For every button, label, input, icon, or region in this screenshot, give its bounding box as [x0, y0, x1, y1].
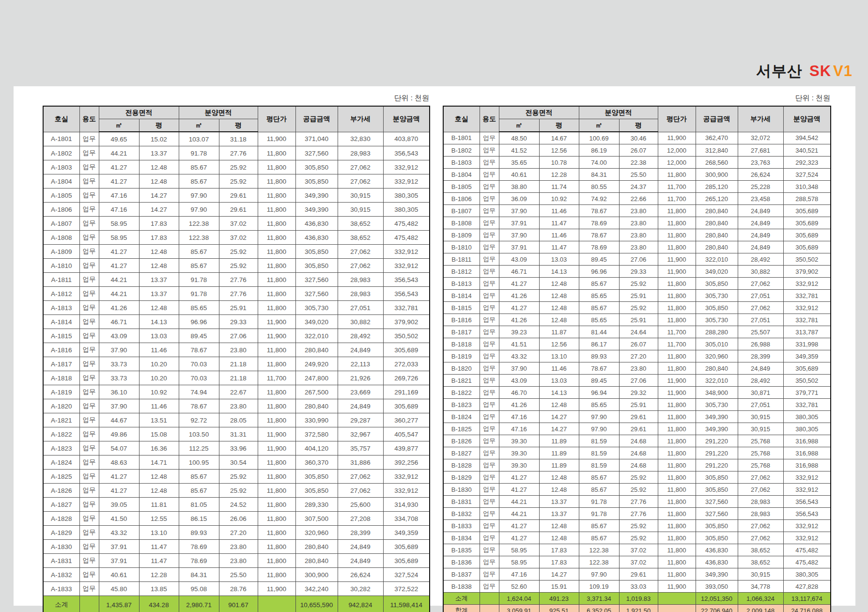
table-cell: 28,983 — [738, 496, 783, 508]
brand-v1-text: V1 — [833, 63, 852, 79]
table-cell: A-1816 — [43, 343, 79, 357]
table-cell: 439,877 — [383, 441, 430, 455]
table-cell: 24.52 — [219, 498, 258, 512]
table-cell: B-1835 — [443, 544, 480, 556]
table-cell: 41.27 — [499, 471, 539, 484]
table-cell: 475,482 — [783, 556, 831, 568]
table-cell: 356,543 — [383, 273, 430, 287]
table-cell: 업무 — [79, 455, 99, 470]
table-cell: 12.48 — [139, 174, 179, 188]
table-cell: B-1808 — [443, 217, 480, 229]
table-cell: 89.93 — [579, 350, 619, 362]
table-cell: 332,912 — [783, 532, 831, 544]
table-cell: A-1823 — [43, 441, 79, 455]
table-cell: 332,912 — [783, 278, 831, 290]
table-cell: 291,220 — [696, 447, 738, 459]
table-cell: 272,033 — [383, 357, 430, 371]
table-cell: 39.30 — [499, 435, 539, 447]
table-cell: 업무 — [480, 205, 499, 217]
table-cell: 305,850 — [295, 160, 338, 174]
table-cell: 122.38 — [579, 556, 619, 568]
table-cell: 81.05 — [179, 498, 219, 512]
table-row: A-1809업무41.2712.4885.6725.9211,800305,85… — [43, 245, 430, 259]
table-cell: 25.92 — [619, 302, 658, 314]
table-cell: 26.07 — [619, 144, 658, 157]
table-cell: 86.17 — [579, 338, 619, 350]
table-cell: 11,800 — [658, 314, 696, 326]
table-cell: 29.61 — [619, 411, 658, 423]
table-cell: 85.67 — [579, 471, 619, 484]
table-cell: 44.21 — [499, 508, 539, 520]
table-cell: 15.08 — [139, 427, 179, 441]
table-cell: 11,800 — [658, 241, 696, 253]
table-cell: 47.16 — [99, 203, 139, 217]
table-cell: 11,900 — [258, 132, 295, 146]
table-cell: 11.47 — [139, 540, 179, 554]
table-cell: 39.05 — [99, 498, 139, 512]
table-cell: 15.02 — [139, 132, 179, 146]
table-cell: 17.83 — [539, 544, 579, 556]
table-cell: 122.38 — [179, 231, 219, 245]
table-cell: A-1819 — [43, 385, 79, 399]
col-header-supply-amount: 공급금액 — [696, 106, 738, 132]
table-cell: 85.65 — [579, 399, 619, 411]
table-cell: 305,689 — [383, 399, 430, 413]
table-cell: 10.92 — [139, 385, 179, 399]
table-cell: 23.80 — [219, 399, 258, 413]
table-row: A-1822업무49.8615.08103.5031.3111,900372,5… — [43, 427, 430, 441]
table-cell: 업무 — [480, 496, 499, 508]
table-cell: 업무 — [480, 229, 499, 241]
table-cell: 28,983 — [338, 273, 383, 287]
table-cell: 332,781 — [383, 301, 430, 315]
table-cell: B-1824 — [443, 411, 480, 423]
table-cell: 43.09 — [499, 375, 539, 387]
table-cell: 업무 — [480, 411, 499, 423]
table-row: A-1826업무41.2712.4885.6725.9211,800305,85… — [43, 484, 430, 498]
table-cell: 27.06 — [619, 375, 658, 387]
table-cell: 업무 — [480, 399, 499, 411]
table-cell: 업무 — [79, 484, 99, 498]
table-cell: 24,849 — [338, 554, 383, 568]
table-cell: 27,051 — [738, 290, 783, 302]
table-cell: 100.69 — [579, 132, 619, 144]
table-row: A-1802업무44.2113.3791.7827.7611,800327,56… — [43, 146, 430, 160]
table-row: B-1807업무37.9011.4678.6723.8011,800280,84… — [443, 205, 831, 217]
table-cell: 2,980.71 — [179, 596, 219, 612]
table-cell: 36.09 — [499, 193, 539, 205]
table-cell: A-1833 — [43, 582, 79, 596]
table-cell: B-1836 — [443, 556, 480, 568]
table-cell: 280,840 — [696, 217, 738, 229]
table-cell: 81.59 — [579, 435, 619, 447]
table-cell: 40.61 — [499, 169, 539, 181]
table-row: A-1811업무44.2113.3791.7827.7611,800327,56… — [43, 273, 430, 287]
table-cell: A-1801 — [43, 132, 79, 146]
table-cell: 12,000 — [658, 144, 696, 157]
table-cell: 24,849 — [738, 241, 783, 253]
table-cell: 322,010 — [295, 329, 338, 343]
table-cell: 13.10 — [539, 350, 579, 362]
table-cell: 27,051 — [738, 314, 783, 326]
table-cell: 11,900 — [658, 581, 696, 593]
table-cell: 업무 — [480, 193, 499, 205]
table-cell: 327,560 — [696, 508, 738, 520]
table-cell: 업무 — [480, 290, 499, 302]
table-cell: 11.89 — [539, 447, 579, 459]
table-cell: 81.44 — [579, 326, 619, 338]
table-cell: 37.02 — [219, 217, 258, 231]
table-cell: 12.48 — [139, 245, 179, 259]
table-cell: 43.32 — [99, 526, 139, 540]
col-header-price-per-pyeong: 평단가 — [658, 106, 696, 132]
table-cell: 320,960 — [696, 350, 738, 362]
table-cell: 3,371.34 — [579, 593, 619, 605]
table-cell: 업무 — [79, 329, 99, 343]
table-cell: 349,359 — [383, 526, 430, 540]
table-cell: 74.92 — [579, 193, 619, 205]
table-cell: 17.83 — [139, 231, 179, 245]
table-cell: 13.85 — [139, 582, 179, 596]
table-cell: 11,800 — [258, 470, 295, 484]
table-cell: 26,624 — [738, 169, 783, 181]
table-cell: 37.91 — [99, 540, 139, 554]
table-cell: 348,900 — [696, 387, 738, 399]
table-cell: 업무 — [79, 217, 99, 231]
table-cell: 12.48 — [539, 471, 579, 484]
